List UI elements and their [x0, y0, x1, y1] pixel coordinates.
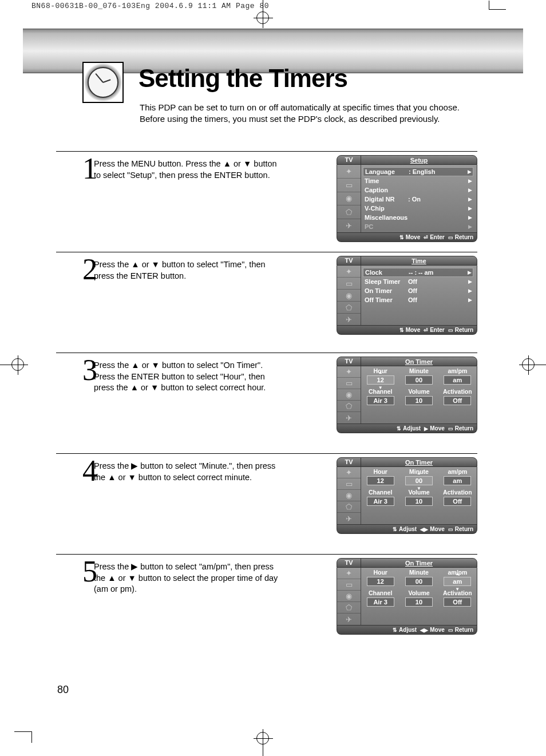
crop-header: BN68-00631B-00_076-103Eng 2004.6.9 11:1 … — [31, 2, 269, 10]
timer-ampm-box: am — [444, 375, 471, 385]
osd-title: On Timer — [361, 559, 477, 567]
osd-tv-label: TV — [337, 156, 361, 164]
osd-row-misc: Miscellaneous▶ — [365, 213, 473, 222]
timer-channel-box: Air 3 — [367, 597, 394, 607]
osd-row-time: Time▶ — [365, 176, 473, 185]
timer-activation-box: Off — [444, 497, 471, 506]
crop-corner-tr — [483, 9, 506, 26]
osd-footer: ⇅Move ⏎Enter ▭Return — [337, 233, 477, 242]
page-intro: This PDP can be set to turn on or off au… — [140, 102, 477, 125]
osd-row-on-timer: On TimerOff▶ — [365, 286, 473, 295]
timer-volume-box: 10 — [405, 497, 433, 506]
timer-activation-box: Off — [444, 597, 471, 607]
timer-channel-box: Air 3 — [367, 396, 394, 405]
timer-hour-box: 12 — [367, 476, 394, 485]
page-title: Setting the Timers — [139, 64, 347, 93]
osd-sidebar-icons: ✦▭◉⬠✈ — [337, 165, 361, 232]
step-5-number: 5 — [56, 559, 94, 655]
timer-activation-box: Off — [444, 396, 471, 405]
timer-hour-box: 12 — [367, 375, 394, 385]
timer-channel-box: Air 3 — [367, 497, 394, 506]
step-4: 4 Press the ▶ button to select "Minute."… — [56, 453, 477, 554]
osd-footer: ⇅Adjust ▶Move ▭Return — [337, 424, 477, 433]
osd-title: Time — [361, 256, 477, 265]
osd-sidebar-icons: ✦▭◉⬠✈ — [337, 266, 361, 325]
osd-footer: ⇅Adjust ◀▶Move ▭Return — [337, 525, 477, 534]
clock-icon — [82, 62, 124, 103]
timer-ampm-box: am — [444, 476, 471, 485]
step-1-number: 1 — [56, 156, 94, 252]
timer-minute-box: 00 — [405, 577, 433, 586]
step-2-text: Press the ▲ or ▼ button to select "Time"… — [94, 257, 283, 353]
crop-corner-bl — [14, 723, 37, 740]
timer-ampm-box: am — [444, 577, 471, 586]
osd-time-menu: TVTime ✦▭◉⬠✈ Clock-- : -- am▶ Sleep Time… — [337, 256, 477, 335]
osd-sidebar-icons: ✦▭◉⬠✈ — [337, 568, 361, 625]
osd-row-sleep-timer: Sleep TimerOff▶ — [365, 277, 473, 286]
step-4-number: 4 — [56, 458, 94, 554]
timer-volume-box: 10 — [405, 396, 433, 405]
osd-row-caption: Caption▶ — [365, 185, 473, 195]
osd-footer: ⇅Adjust ◀▶Move ▭Return — [337, 626, 477, 635]
step-2-number: 2 — [56, 257, 94, 353]
step-2: 2 Press the ▲ or ▼ button to select "Tim… — [56, 252, 477, 353]
osd-title: On Timer — [361, 458, 477, 466]
step-4-text: Press the ▶ button to select "Minute.", … — [94, 458, 283, 554]
osd-title: Setup — [361, 156, 477, 164]
osd-row-off-timer: Off TimerOff▶ — [365, 295, 473, 304]
timer-minute-box: 00 — [405, 476, 433, 485]
step-5: 5 Press the ▶ button to select "am/pm", … — [56, 554, 477, 655]
osd-row-vchip: V-Chip▶ — [365, 204, 473, 213]
osd-tv-label: TV — [337, 357, 361, 366]
osd-tv-label: TV — [337, 458, 361, 466]
osd-title: On Timer — [361, 357, 477, 366]
osd-on-timer-minute: TVOn Timer ✦▭◉⬠✈ HourMinuteam/pm 12 00 a… — [337, 457, 477, 534]
osd-sidebar-icons: ✦▭◉⬠✈ — [337, 467, 361, 524]
osd-row-digital-nr: Digital NR: On▶ — [365, 195, 473, 204]
osd-on-timer-ampm: TVOn Timer ✦▭◉⬠✈ HourMinuteam/pm 12 00 a… — [337, 558, 477, 635]
timer-volume-box: 10 — [405, 597, 433, 607]
timer-minute-box: 00 — [405, 375, 433, 385]
step-3-number: 3 — [56, 358, 94, 453]
step-5-text: Press the ▶ button to select "am/pm", th… — [94, 559, 283, 655]
step-3-text: Press the ▲ or ▼ button to select "On Ti… — [94, 358, 283, 453]
osd-footer: ⇅Move ⏎Enter ▭Return — [337, 326, 477, 335]
osd-tv-label: TV — [337, 256, 361, 265]
osd-setup-menu: TVSetup ✦▭◉⬠✈ Language: English▶ Time▶ C… — [337, 155, 477, 242]
page-number: 80 — [57, 684, 69, 696]
osd-row-language: Language: English▶ — [363, 167, 473, 176]
osd-row-clock: Clock-- : -- am▶ — [363, 268, 473, 277]
steps-list: 1 Press the MENU button. Press the ▲ or … — [56, 151, 477, 655]
osd-row-pc: PC▶ — [365, 222, 473, 231]
step-3: 3 Press the ▲ or ▼ button to select "On … — [56, 353, 477, 453]
step-1: 1 Press the MENU button. Press the ▲ or … — [56, 151, 477, 252]
osd-tv-label: TV — [337, 559, 361, 567]
osd-sidebar-icons: ✦▭◉⬠✈ — [337, 366, 361, 423]
osd-on-timer-hour: TVOn Timer ✦▭◉⬠✈ HourMinuteam/pm 12 00 a… — [337, 357, 477, 433]
timer-hour-box: 12 — [367, 577, 394, 586]
step-1-text: Press the MENU button. Press the ▲ or ▼ … — [94, 156, 283, 252]
